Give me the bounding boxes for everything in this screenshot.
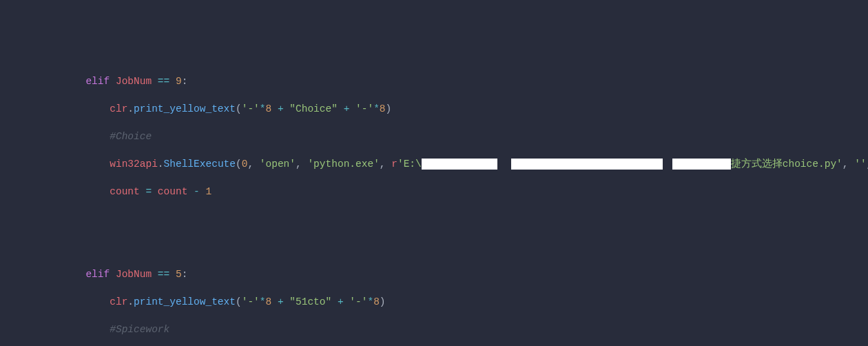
code-line: #Spicework — [14, 323, 868, 336]
code-line: elif JobNum == 5: — [14, 267, 868, 281]
redacted-text — [422, 159, 497, 170]
code-line: elif JobNum == 9: — [14, 74, 868, 88]
code-line — [14, 212, 868, 226]
redacted-text — [511, 159, 663, 170]
redacted-text — [672, 159, 731, 170]
code-line: clr.print_yellow_text('-'*8 + "Choice" +… — [14, 102, 868, 116]
code-line — [14, 240, 868, 254]
code-line: clr.print_yellow_text('-'*8 + "51cto" + … — [14, 295, 868, 309]
code-line: win32api.ShellExecute(0, 'open', 'python… — [14, 157, 868, 171]
code-editor[interactable]: elif JobNum == 9: clr.print_yellow_text(… — [0, 55, 868, 346]
code-line: count = count - 1 — [14, 185, 868, 199]
code-line: #Choice — [14, 130, 868, 143]
